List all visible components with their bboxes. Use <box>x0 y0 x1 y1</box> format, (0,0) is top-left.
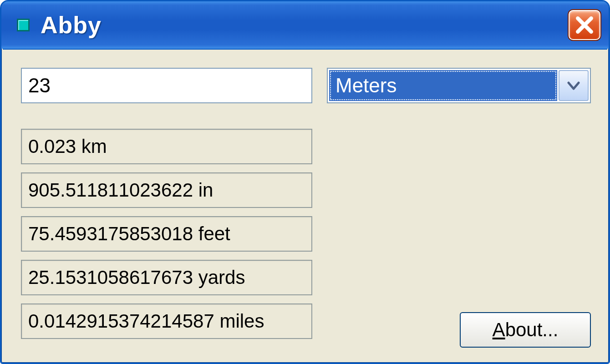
results-list: 0.023 km 905.511811023622 in 75.45931758… <box>21 129 312 339</box>
about-button-hotkey: A <box>493 319 505 341</box>
dropdown-arrow-button[interactable] <box>559 70 589 101</box>
about-button[interactable]: About... <box>460 312 591 348</box>
value-input[interactable] <box>21 68 312 103</box>
app-window: Abby Meters 0.023 km 905.511811023622 in… <box>0 0 610 364</box>
client-area: Meters 0.023 km 905.511811023622 in 75.4… <box>3 49 607 361</box>
result-miles: 0.0142915374214587 miles <box>21 303 312 339</box>
titlebar: Abby <box>1 1 609 49</box>
about-button-label-rest: bout... <box>505 319 559 341</box>
input-row: Meters <box>21 68 591 103</box>
chevron-down-icon <box>567 79 580 92</box>
close-button[interactable] <box>569 10 600 40</box>
close-icon <box>575 15 594 35</box>
app-icon <box>17 19 30 31</box>
result-in: 905.511811023622 in <box>21 172 312 208</box>
window-title: Abby <box>41 11 569 39</box>
result-yards: 25.1531058617673 yards <box>21 260 312 295</box>
unit-dropdown-selected: Meters <box>329 70 557 101</box>
unit-dropdown[interactable]: Meters <box>327 68 591 103</box>
result-km: 0.023 km <box>21 129 312 164</box>
result-feet: 75.4593175853018 feet <box>21 216 312 252</box>
